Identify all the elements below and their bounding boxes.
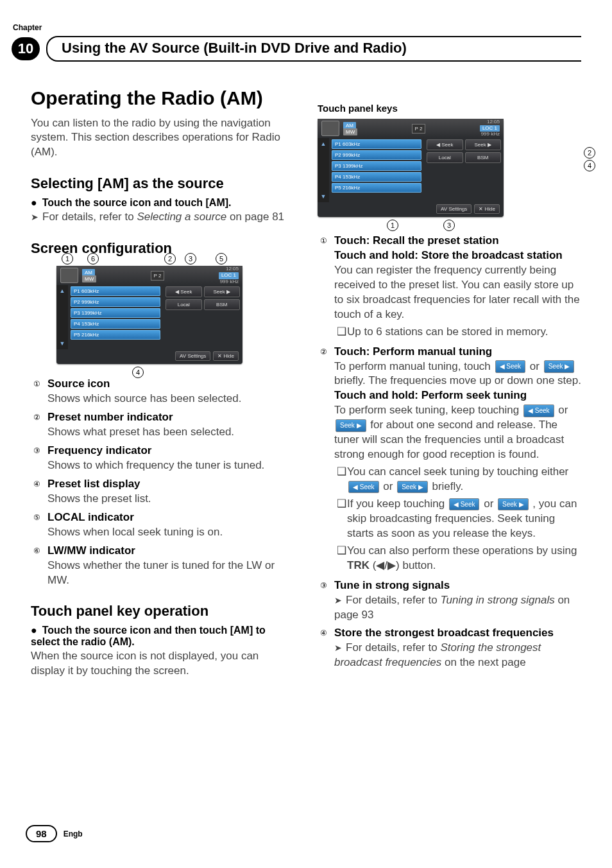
- note-icon: [337, 544, 347, 573]
- page-footer: 98 Engb: [26, 825, 83, 842]
- seek-right-pill: Seek ▶: [498, 498, 529, 511]
- item-number: ③: [31, 445, 42, 456]
- intro-text: You can listen to the radio by using the…: [31, 116, 294, 161]
- local-button[interactable]: Local: [427, 152, 463, 163]
- left-column: Operating the Radio (AM) You can listen …: [31, 87, 294, 679]
- chapter-number-badge: 10: [12, 37, 40, 60]
- up-icon: ▲: [60, 288, 65, 294]
- bsm-button[interactable]: BSM: [465, 152, 502, 163]
- preset-row[interactable]: P3 1399kHz: [332, 161, 421, 171]
- bsm-button[interactable]: BSM: [204, 299, 241, 310]
- item-number: ④: [318, 627, 329, 639]
- preset-row[interactable]: P1 603kHz: [332, 139, 421, 149]
- seek-left-pill: ◀ Seek: [523, 404, 554, 417]
- preset-row[interactable]: P3 1399kHz: [71, 308, 160, 318]
- av-settings-button[interactable]: AV Settings: [175, 351, 210, 361]
- callout-2: 2: [164, 253, 176, 265]
- list-item: ③ Frequency indicatorShows to which freq…: [31, 444, 294, 473]
- page: Chapter 10 Using the AV Source (Built-in…: [0, 0, 612, 868]
- screenshot-config: 1 6 2 3 5 4 AM MW: [56, 266, 294, 364]
- touch-panel-keys-heading: Touch panel keys: [318, 103, 581, 114]
- callout-6: 6: [87, 253, 99, 265]
- source-icon[interactable]: [321, 121, 339, 136]
- controls: ◀ Seek Seek ▶ Local BSM: [424, 138, 504, 202]
- up-icon: ▲: [321, 141, 327, 147]
- subhead-touch: Touch panel key operation: [31, 603, 294, 620]
- av-settings-button[interactable]: AV Settings: [436, 204, 472, 214]
- note-icon: [337, 325, 347, 340]
- language-code: Engb: [64, 829, 83, 838]
- preset-row[interactable]: P5 216kHz: [332, 183, 421, 193]
- clock: 12:05: [226, 266, 239, 272]
- preset-row[interactable]: P4 153kHz: [71, 319, 160, 329]
- seek-right-button[interactable]: Seek ▶: [465, 139, 502, 150]
- source-icon[interactable]: [60, 268, 78, 283]
- page-number: 98: [26, 825, 57, 842]
- touch-bullet: Touch the source icon and then touch [AM…: [31, 625, 294, 648]
- mw-tag: MW: [343, 128, 357, 135]
- preset-row[interactable]: P5 216kHz: [71, 330, 160, 340]
- list-item: ④ Store the strongest broadcast frequenc…: [318, 626, 581, 670]
- callout-r1: 1: [387, 220, 398, 231]
- seek-right-button[interactable]: Seek ▶: [204, 286, 241, 297]
- list-item: ④ Preset list displayShows the preset li…: [31, 477, 294, 507]
- preset-row[interactable]: P2 999kHz: [332, 150, 421, 160]
- section-title: Using the AV Source (Built-in DVD Drive …: [46, 36, 581, 62]
- item-number: ②: [318, 346, 329, 358]
- hide-button[interactable]: ✕ Hide: [474, 204, 500, 214]
- ref-arrow-icon: [31, 211, 42, 223]
- item-number: ④: [31, 478, 42, 490]
- ref-arrow-icon: [334, 594, 346, 606]
- main-heading: Operating the Radio (AM): [31, 87, 294, 110]
- preset-row[interactable]: P4 153kHz: [332, 172, 421, 182]
- list-item: ⑤ LOCAL indicatorShows when local seek t…: [31, 510, 294, 540]
- callout-5: 5: [216, 253, 227, 265]
- screenshot-touchkeys: 2 4 1 3 AM MW P 2: [318, 119, 581, 217]
- item-number: ①: [31, 378, 42, 390]
- shot-touchkeys: AM MW P 2 12:05 LOC 1 999 kHz: [318, 119, 504, 217]
- down-icon: ▼: [321, 193, 327, 200]
- preset-number-indicator: P 2: [151, 271, 165, 281]
- touch-text: When the source icon is not displayed, y…: [31, 649, 294, 679]
- clock: 12:05: [487, 119, 500, 125]
- scroll-up-down[interactable]: ▲ ▼: [318, 138, 329, 202]
- selecting-ref: For details, refer to Selecting a source…: [31, 210, 294, 225]
- seek-left-pill: ◀ Seek: [348, 481, 379, 494]
- note-icon: [337, 497, 347, 541]
- callout-1: 1: [62, 253, 73, 265]
- chapter-label: Chapter: [13, 23, 581, 32]
- down-icon: ▼: [60, 340, 65, 347]
- preset-list: P1 603kHz P2 999kHz P3 1399kHz P4 153kHz…: [329, 138, 424, 202]
- subhead-selecting: Selecting [AM] as the source: [31, 175, 294, 192]
- preset-row[interactable]: P1 603kHz: [71, 286, 160, 296]
- list-item: ① Source iconShows which source has been…: [31, 377, 294, 406]
- frequency-indicator: 999 kHz: [220, 279, 239, 284]
- seek-right-pill: Seek ▶: [336, 419, 366, 432]
- list-item: ③ Tune in strong signals For details, re…: [318, 578, 581, 623]
- preset-row[interactable]: P2 999kHz: [71, 297, 160, 307]
- list-item: ② Preset number indicatorShows what pres…: [31, 410, 294, 440]
- scroll-up-down[interactable]: ▲ ▼: [56, 285, 68, 349]
- preset-number-indicator: P 2: [412, 124, 426, 134]
- chapter-header: 10 Using the AV Source (Built-in DVD Dri…: [12, 36, 581, 62]
- right-column: Touch panel keys 2 4 1 3 AM MW: [318, 87, 581, 679]
- seek-right-pill: Seek ▶: [397, 481, 428, 494]
- hide-button[interactable]: ✕ Hide: [213, 351, 239, 361]
- ref-arrow-icon: [334, 641, 346, 654]
- item-number: ⑤: [31, 512, 42, 523]
- seek-left-button[interactable]: ◀ Seek: [427, 139, 463, 150]
- seek-left-pill: ◀ Seek: [495, 360, 526, 373]
- seek-left-button[interactable]: ◀ Seek: [166, 286, 202, 297]
- seek-right-pill: Seek ▶: [544, 360, 575, 373]
- shot-config: AM MW P 2 12:05 LOC 1 999 kHz: [56, 266, 242, 364]
- note-icon: [337, 465, 347, 494]
- item-number: ②: [31, 412, 42, 423]
- item-number: ①: [318, 235, 329, 247]
- callout-r4: 4: [584, 160, 595, 171]
- controls: ◀ Seek Seek ▶ Local BSM: [163, 285, 242, 349]
- callout-r3: 3: [443, 220, 455, 231]
- callout-r2: 2: [584, 147, 595, 159]
- local-button[interactable]: Local: [166, 299, 202, 310]
- item-number: ⑥: [31, 545, 42, 557]
- list-item: ① Touch: Recall the preset station Touch…: [318, 234, 581, 341]
